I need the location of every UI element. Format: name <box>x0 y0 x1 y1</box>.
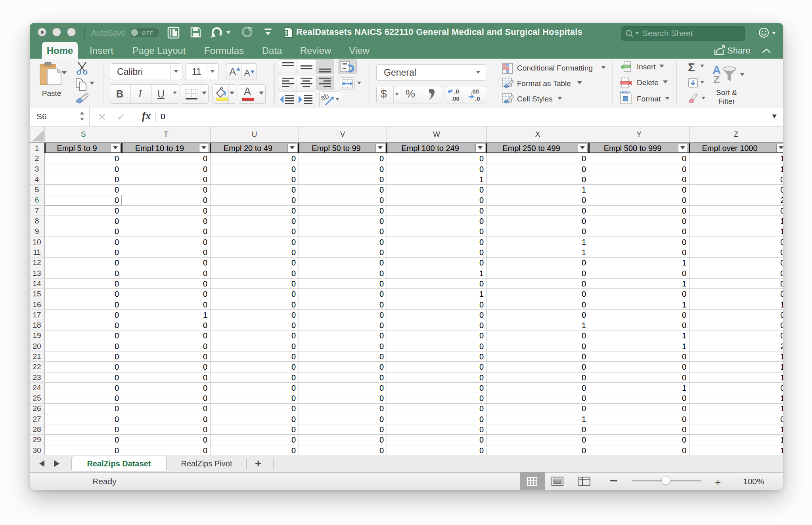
svg-text:.00: .00 <box>471 88 479 95</box>
svg-text:.0: .0 <box>454 88 459 95</box>
svg-text:Z: Z <box>713 74 720 86</box>
svg-text:.00: .00 <box>451 95 460 102</box>
svg-text:.0: .0 <box>475 95 480 102</box>
svg-text:ab: ab <box>321 92 330 102</box>
